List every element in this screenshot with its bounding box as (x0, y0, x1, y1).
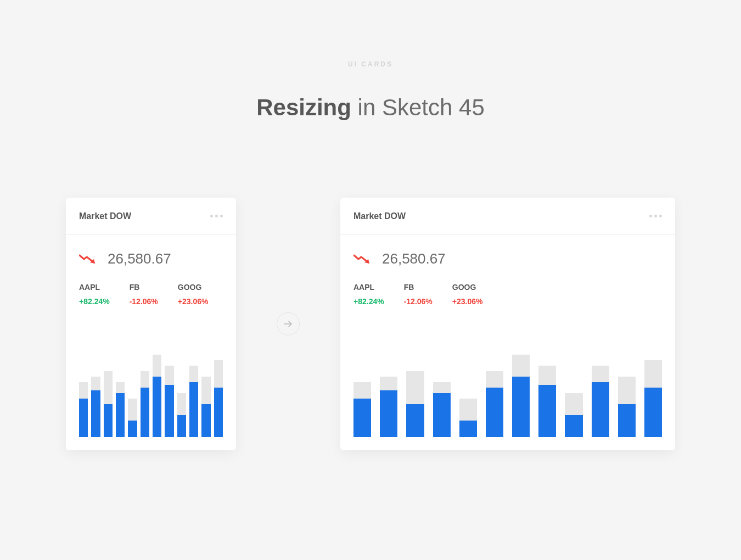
card-body: 26,580.67 AAPL +82.24% FB -12.06% GOOG +… (66, 235, 236, 450)
arrow-between (236, 312, 340, 335)
eyebrow-label: UI CARDS (348, 60, 393, 68)
stock-ticker: GOOG (178, 283, 209, 292)
bar-value (512, 377, 530, 437)
bar-background (153, 355, 161, 377)
stocks-row: AAPL +82.24% FB -12.06% GOOG +23.06% (79, 283, 223, 306)
bar-column (592, 349, 609, 437)
bar-value (565, 415, 582, 437)
bar-background (201, 377, 210, 404)
bar-background (353, 382, 371, 399)
bar-column (128, 349, 137, 437)
bar-background (79, 382, 88, 399)
card-header: Market DOW (340, 198, 675, 235)
index-value: 26,580.67 (382, 250, 446, 267)
stock-item: GOOG +23.06% (178, 283, 209, 306)
market-card-small: Market DOW 26,580.67 AAPL +82.24% (66, 198, 236, 450)
bar-value (433, 393, 451, 437)
bar-chart (79, 319, 223, 450)
bar-column (116, 349, 125, 437)
bar-column (353, 349, 371, 437)
stock-change: -12.06% (404, 297, 433, 306)
bar-value (91, 390, 100, 437)
market-card-large: Market DOW 26,580.67 AAPL +82.24% (340, 198, 675, 450)
bar-column (165, 349, 173, 437)
page-title-bold: Resizing (256, 94, 351, 120)
bar-background (165, 366, 173, 385)
bar-background (486, 371, 503, 388)
bar-background (91, 377, 100, 390)
bar-background (177, 393, 186, 415)
bar-column (644, 349, 662, 437)
bar-value (486, 388, 503, 437)
bar-column (141, 349, 149, 437)
bar-background (618, 377, 636, 404)
bar-column (433, 349, 451, 437)
stock-item: FB -12.06% (404, 283, 433, 306)
bar-column (512, 349, 530, 437)
bar-value (353, 399, 371, 437)
bar-value (380, 390, 397, 437)
bar-value (644, 388, 662, 437)
stock-item: GOOG +23.06% (452, 283, 483, 306)
bar-value (406, 404, 424, 437)
bar-value (79, 399, 88, 437)
bar-value (538, 385, 556, 437)
bar-background (116, 382, 125, 393)
bar-background (459, 399, 477, 421)
card-body: 26,580.67 AAPL +82.24% FB -12.06% GOOG +… (340, 235, 675, 450)
card-title: Market DOW (79, 211, 131, 221)
bar-column (91, 349, 100, 437)
bar-value (116, 393, 125, 437)
bar-value (459, 421, 477, 437)
cards-row: Market DOW 26,580.67 AAPL +82.24% (0, 198, 741, 450)
bar-background (565, 393, 582, 415)
bar-column (538, 349, 556, 437)
bar-background (538, 366, 556, 385)
more-icon[interactable] (649, 215, 662, 217)
bar-column (486, 349, 503, 437)
bar-background (644, 360, 662, 388)
bar-value (189, 382, 198, 437)
bar-value (618, 404, 636, 437)
bar-value (141, 388, 149, 437)
arrow-right-icon (277, 312, 300, 335)
index-value: 26,580.67 (108, 250, 171, 267)
bar-column (214, 349, 223, 437)
bar-background (380, 377, 397, 390)
bar-column (189, 349, 198, 437)
stock-change: +23.06% (178, 297, 209, 306)
bar-column (565, 349, 582, 437)
bar-background (433, 382, 451, 393)
trend-down-icon (79, 254, 96, 265)
stock-change: +23.06% (452, 297, 483, 306)
trend-down-icon (353, 254, 370, 265)
bar-value (104, 404, 113, 437)
bar-column (153, 349, 161, 437)
bar-value (214, 388, 223, 437)
stock-item: FB -12.06% (130, 283, 158, 306)
stock-item: AAPL +82.24% (79, 283, 110, 306)
index-row: 26,580.67 (79, 250, 223, 267)
stock-change: -12.06% (130, 297, 158, 306)
stock-ticker: AAPL (353, 283, 384, 292)
index-row: 26,580.67 (353, 250, 662, 267)
stock-ticker: AAPL (79, 283, 110, 292)
bar-background (592, 366, 609, 382)
stock-ticker: FB (130, 283, 158, 292)
bar-column (79, 349, 88, 437)
bar-value (592, 382, 609, 437)
bar-chart (353, 319, 662, 450)
bar-value (177, 415, 186, 437)
card-title: Market DOW (353, 211, 406, 221)
bar-background (406, 371, 424, 404)
stock-ticker: FB (404, 283, 433, 292)
bar-value (165, 385, 173, 437)
more-icon[interactable] (210, 215, 223, 217)
stock-item: AAPL +82.24% (353, 283, 384, 306)
bar-value (153, 377, 161, 437)
page-title: Resizing in Sketch 45 (256, 94, 485, 121)
bar-column (177, 349, 186, 437)
bar-background (189, 366, 198, 382)
stock-change: +82.24% (353, 297, 384, 306)
bar-column (406, 349, 424, 437)
